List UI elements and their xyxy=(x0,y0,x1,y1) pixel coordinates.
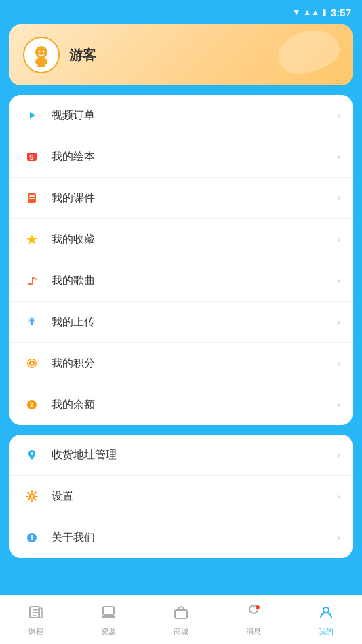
menu-card-2: 收货地址管理 › 设置 › i 关于我们 › xyxy=(9,435,353,558)
nav-item-shop[interactable]: 商城 xyxy=(145,604,218,637)
my-uploads-icon xyxy=(22,312,42,332)
menu-item-shipping-address[interactable]: 收货地址管理 › xyxy=(9,435,353,476)
svg-rect-27 xyxy=(33,612,38,613)
nav-item-course[interactable]: 课程 xyxy=(0,604,73,637)
svg-point-22 xyxy=(30,494,34,498)
video-order-arrow: › xyxy=(337,109,340,121)
menu-item-my-songs[interactable]: 我的歌曲 › xyxy=(9,260,353,302)
menu-item-my-uploads[interactable]: 我的上传 › xyxy=(9,302,353,343)
nav-label-course: 课程 xyxy=(28,626,43,637)
svg-point-35 xyxy=(323,607,329,613)
my-songs-arrow: › xyxy=(337,275,340,287)
my-balance-label: 我的余额 xyxy=(52,398,327,412)
menu-item-video-order[interactable]: 视频订单 › xyxy=(9,95,353,136)
my-points-arrow: › xyxy=(337,357,340,369)
my-songs-label: 我的歌曲 xyxy=(52,274,327,288)
svg-marker-5 xyxy=(30,112,35,119)
battery-icon: ▮ xyxy=(322,7,327,17)
video-order-icon xyxy=(22,105,42,125)
my-uploads-arrow: › xyxy=(337,316,340,328)
svg-rect-10 xyxy=(29,198,35,199)
my-courseware-label: 我的课件 xyxy=(52,191,327,205)
about-us-arrow: › xyxy=(337,531,340,544)
menu-item-my-picture-book[interactable]: S 我的绘本 › xyxy=(9,136,353,178)
wifi-icon: ▼ xyxy=(292,7,300,17)
shipping-address-arrow: › xyxy=(337,449,340,461)
my-points-label: 我的积分 xyxy=(52,357,327,371)
nav-icon-resources xyxy=(100,604,117,624)
menu-card-1: 视频订单 › S 我的绘本 › 我的课件 › 我的收藏 › 我的歌曲 › 我的上… xyxy=(9,95,353,425)
my-points-icon xyxy=(22,353,42,374)
menu-item-my-courseware[interactable]: 我的课件 › xyxy=(9,178,353,219)
nav-label-resources: 资源 xyxy=(101,626,116,637)
my-picture-book-arrow: › xyxy=(337,150,340,163)
menu-item-settings[interactable]: 设置 › xyxy=(9,476,353,517)
shipping-address-icon xyxy=(22,445,42,465)
profile-name: 游客 xyxy=(69,46,96,64)
nav-label-shop: 商城 xyxy=(174,626,188,637)
menu-item-my-points[interactable]: 我的积分 › xyxy=(9,343,353,384)
menu-item-my-favorites[interactable]: 我的收藏 › xyxy=(9,219,353,260)
about-us-icon: i xyxy=(22,527,42,548)
svg-rect-26 xyxy=(33,609,38,611)
my-favorites-arrow: › xyxy=(337,233,340,245)
nav-item-messages[interactable]: 消息 xyxy=(217,604,289,637)
status-bar: ▼ ▲▲ ▮ 3:57 xyxy=(0,0,362,24)
my-favorites-icon xyxy=(22,229,42,249)
svg-text:S: S xyxy=(29,154,34,161)
nav-item-resources[interactable]: 资源 xyxy=(73,604,145,637)
svg-point-1 xyxy=(39,51,41,53)
svg-point-0 xyxy=(35,46,47,58)
svg-point-21 xyxy=(31,452,33,455)
my-favorites-label: 我的收藏 xyxy=(52,233,327,247)
svg-rect-31 xyxy=(102,616,115,618)
nav-icon-shop xyxy=(173,604,189,624)
my-courseware-arrow: › xyxy=(337,192,340,204)
svg-rect-9 xyxy=(29,195,35,197)
svg-rect-29 xyxy=(39,608,42,618)
signal-icon: ▲▲ xyxy=(303,7,319,17)
menu-item-about-us[interactable]: i 关于我们 › xyxy=(9,517,353,558)
svg-marker-11 xyxy=(26,235,37,245)
status-time: 3:57 xyxy=(331,7,351,18)
nav-label-mine: 我的 xyxy=(319,626,334,637)
svg-rect-32 xyxy=(175,610,187,618)
my-songs-icon xyxy=(22,270,42,291)
video-order-label: 视频订单 xyxy=(52,108,327,123)
my-balance-icon: ¥ xyxy=(22,395,42,415)
avatar xyxy=(23,37,60,73)
about-us-label: 关于我们 xyxy=(52,531,327,545)
svg-point-34 xyxy=(256,605,260,609)
settings-arrow: › xyxy=(337,490,340,502)
my-uploads-label: 我的上传 xyxy=(52,315,327,329)
svg-rect-30 xyxy=(103,607,114,615)
my-picture-book-label: 我的绘本 xyxy=(52,150,327,164)
nav-icon-messages xyxy=(245,604,262,624)
settings-label: 设置 xyxy=(52,489,327,504)
svg-text:¥: ¥ xyxy=(30,401,34,409)
status-icons: ▼ ▲▲ ▮ xyxy=(292,7,327,17)
bottom-nav: 课程 资源 商城 消息 我的 xyxy=(0,595,362,644)
shipping-address-label: 收货地址管理 xyxy=(52,448,327,462)
main-content: 游客 视频订单 › S 我的绘本 › 我的课件 › 我的收藏 › 我的歌曲 › … xyxy=(0,24,362,558)
svg-rect-28 xyxy=(33,615,36,616)
svg-point-2 xyxy=(43,51,45,53)
nav-label-messages: 消息 xyxy=(246,626,261,637)
settings-icon xyxy=(22,486,42,506)
nav-item-mine[interactable]: 我的 xyxy=(289,604,362,637)
nav-icon-mine xyxy=(318,604,334,624)
nav-icon-course xyxy=(28,604,44,624)
menu-item-my-balance[interactable]: ¥ 我的余额 › xyxy=(9,384,353,425)
svg-rect-13 xyxy=(32,277,33,284)
avatar-svg xyxy=(29,43,54,67)
my-courseware-icon xyxy=(22,188,42,208)
profile-card[interactable]: 游客 xyxy=(9,24,353,85)
svg-point-18 xyxy=(31,362,33,365)
svg-text:i: i xyxy=(31,534,33,542)
my-balance-arrow: › xyxy=(337,399,340,411)
my-picture-book-icon: S xyxy=(22,146,42,167)
